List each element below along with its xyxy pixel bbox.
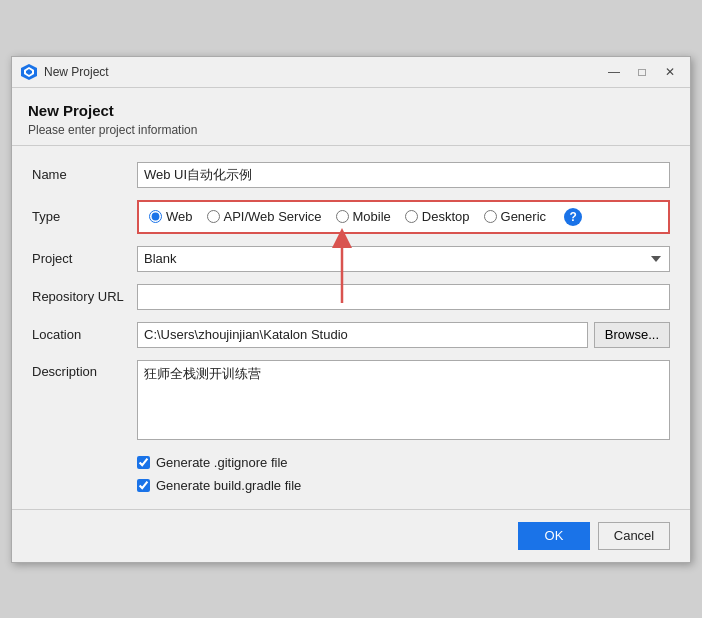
- type-radio-generic[interactable]: [484, 210, 497, 223]
- new-project-dialog: New Project — □ ✕ New Project Please ent…: [11, 56, 691, 563]
- browse-button[interactable]: Browse...: [594, 322, 670, 348]
- name-row: Name: [32, 162, 670, 188]
- app-logo: [20, 63, 38, 81]
- type-row-wrapper: Type Web API/Web Service Mobile: [32, 200, 670, 234]
- titlebar-title: New Project: [44, 65, 596, 79]
- dialog-subtitle: Please enter project information: [28, 123, 674, 137]
- gradle-checkbox[interactable]: [137, 479, 150, 492]
- gitignore-option[interactable]: Generate .gitignore file: [137, 455, 670, 470]
- project-control: Blank: [137, 246, 670, 272]
- gitignore-label: Generate .gitignore file: [156, 455, 288, 470]
- gradle-label: Generate build.gradle file: [156, 478, 301, 493]
- checkbox-section: Generate .gitignore file Generate build.…: [32, 455, 670, 493]
- type-option-web[interactable]: Web: [149, 209, 193, 224]
- type-option-api[interactable]: API/Web Service: [207, 209, 322, 224]
- titlebar: New Project — □ ✕: [12, 57, 690, 88]
- repo-url-row: Repository URL: [32, 284, 670, 310]
- name-input[interactable]: [137, 162, 670, 188]
- type-radio-desktop[interactable]: [405, 210, 418, 223]
- location-input[interactable]: [137, 322, 588, 348]
- type-web-label: Web: [166, 209, 193, 224]
- cancel-button[interactable]: Cancel: [598, 522, 670, 550]
- type-option-desktop[interactable]: Desktop: [405, 209, 470, 224]
- titlebar-controls: — □ ✕: [602, 63, 682, 81]
- help-icon[interactable]: ?: [564, 208, 582, 226]
- maximize-button[interactable]: □: [630, 63, 654, 81]
- type-radio-mobile[interactable]: [336, 210, 349, 223]
- type-desktop-label: Desktop: [422, 209, 470, 224]
- name-label: Name: [32, 167, 137, 182]
- description-textarea[interactable]: 狂师全栈测开训练营: [137, 360, 670, 440]
- project-label: Project: [32, 251, 137, 266]
- type-label: Type: [32, 209, 137, 224]
- description-label: Description: [32, 360, 137, 379]
- close-button[interactable]: ✕: [658, 63, 682, 81]
- type-generic-label: Generic: [501, 209, 547, 224]
- type-row: Type Web API/Web Service Mobile: [32, 200, 670, 234]
- dialog-body: Name Type Web API/Web Service: [12, 146, 690, 509]
- type-option-generic[interactable]: Generic: [484, 209, 547, 224]
- project-row: Project Blank: [32, 246, 670, 272]
- type-option-mobile[interactable]: Mobile: [336, 209, 391, 224]
- type-mobile-label: Mobile: [353, 209, 391, 224]
- minimize-button[interactable]: —: [602, 63, 626, 81]
- location-label: Location: [32, 327, 137, 342]
- description-control: 狂师全栈测开训练营: [137, 360, 670, 443]
- dialog-header: New Project Please enter project informa…: [12, 88, 690, 146]
- type-api-label: API/Web Service: [224, 209, 322, 224]
- gradle-option[interactable]: Generate build.gradle file: [137, 478, 670, 493]
- location-row: Location Browse...: [32, 322, 670, 348]
- project-select[interactable]: Blank: [137, 246, 670, 272]
- name-control: [137, 162, 670, 188]
- ok-button[interactable]: OK: [518, 522, 590, 550]
- type-radio-web[interactable]: [149, 210, 162, 223]
- location-controls: Browse...: [137, 322, 670, 348]
- repo-url-label: Repository URL: [32, 289, 137, 304]
- repo-url-control: [137, 284, 670, 310]
- repo-url-input[interactable]: [137, 284, 670, 310]
- dialog-footer: OK Cancel: [12, 509, 690, 562]
- type-radio-api[interactable]: [207, 210, 220, 223]
- gitignore-checkbox[interactable]: [137, 456, 150, 469]
- type-options-group: Web API/Web Service Mobile Desktop: [137, 200, 670, 234]
- description-row: Description 狂师全栈测开训练营: [32, 360, 670, 443]
- dialog-title: New Project: [28, 102, 674, 119]
